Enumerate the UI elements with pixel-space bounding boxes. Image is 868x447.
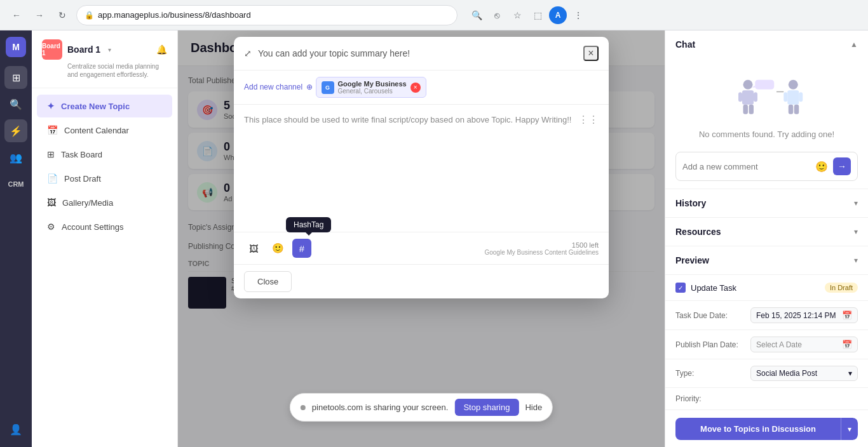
due-date-text: Feb 15, 2025 12:14 PM bbox=[756, 311, 836, 320]
hide-button[interactable]: Hide bbox=[525, 403, 542, 412]
editor-menu-icon[interactable]: ⋮⋮ bbox=[578, 114, 599, 126]
sidebar-item-label: Task Board bbox=[61, 150, 102, 159]
move-dropdown-icon: ▾ bbox=[848, 425, 851, 434]
modal-close-button[interactable]: Close bbox=[244, 271, 292, 292]
profile-button[interactable]: A bbox=[549, 6, 567, 24]
svg-rect-2 bbox=[738, 92, 742, 102]
publish-date-value[interactable]: Select A Date 📅 bbox=[750, 337, 858, 352]
svg-rect-6 bbox=[755, 80, 774, 90]
emoji-button[interactable]: 🙂 bbox=[268, 239, 287, 258]
publish-date-row: Publish Plan Date: Select A Date 📅 bbox=[665, 330, 868, 359]
brand-chevron-icon: ▾ bbox=[108, 46, 111, 53]
post-draft-icon: 📄 bbox=[47, 173, 58, 183]
modal-title: You can add your topic summary here! bbox=[258, 48, 583, 58]
svg-point-9 bbox=[788, 80, 797, 90]
icon-bar-grid[interactable]: ⚡ bbox=[4, 119, 27, 142]
svg-rect-3 bbox=[754, 92, 757, 102]
sidebar-nav: ✦ Create New Topic 📅 Content Calendar ⊞ … bbox=[32, 88, 177, 447]
channel-remove-button[interactable]: × bbox=[410, 83, 421, 93]
search-button[interactable]: 🔍 bbox=[468, 6, 485, 24]
comment-input[interactable] bbox=[682, 162, 810, 171]
due-date-calendar-icon[interactable]: 📅 bbox=[842, 310, 852, 320]
resources-title: Resources bbox=[675, 227, 721, 237]
svg-rect-14 bbox=[794, 105, 799, 114]
type-select[interactable]: Social Media Post ▾ bbox=[750, 366, 858, 381]
resources-section: Resources ▾ bbox=[665, 218, 868, 246]
resources-chevron-icon: ▾ bbox=[854, 227, 858, 236]
chat-illustration-svg bbox=[729, 71, 805, 122]
chat-section-header[interactable]: Chat ▲ bbox=[665, 30, 868, 58]
history-section-header[interactable]: History ▾ bbox=[665, 189, 868, 217]
brand-icon: Board 1 bbox=[42, 39, 62, 60]
comment-emoji-button[interactable]: 🙂 bbox=[815, 161, 828, 173]
modal-header: ⤢ You can add your topic summary here! × bbox=[234, 37, 609, 70]
hashtag-tooltip: HashTag bbox=[286, 217, 331, 232]
priority-label: Priority: bbox=[675, 394, 745, 403]
char-count: 1500 left bbox=[484, 241, 599, 249]
bookmark-button[interactable]: ☆ bbox=[508, 6, 526, 24]
stop-sharing-button[interactable]: Stop sharing bbox=[454, 399, 519, 416]
modal-editor[interactable]: This place should be used to write final… bbox=[234, 105, 609, 232]
due-date-value[interactable]: Feb 15, 2025 12:14 PM 📅 bbox=[750, 307, 858, 323]
main-content: Dashboard Total Published Overview 🎯 5 S… bbox=[178, 30, 665, 447]
extensions-button[interactable]: ⬚ bbox=[529, 6, 546, 24]
right-panel: Chat ▲ bbox=[665, 30, 868, 447]
update-task-row: ✓ Update Task In Draft bbox=[665, 275, 868, 301]
back-button[interactable]: ← bbox=[8, 6, 25, 24]
publish-date-calendar-icon[interactable]: 📅 bbox=[842, 340, 852, 349]
panel-footer: Move to Topics in Discussion ▾ bbox=[665, 410, 868, 447]
address-bar[interactable]: 🔒 app.manageplus.io/business/8/dashboard bbox=[76, 5, 458, 25]
chat-illustration bbox=[729, 71, 805, 122]
sidebar-item-gallery[interactable]: 🖼 Gallery/Media bbox=[37, 191, 172, 214]
icon-bar: M ⊞ 🔍 ⚡ 👥 CRM 👤 bbox=[0, 30, 32, 447]
brand-description: Centralize social media planning and eng… bbox=[42, 62, 167, 79]
forward-button[interactable]: → bbox=[31, 6, 48, 24]
task-checkbox[interactable]: ✓ bbox=[675, 283, 686, 293]
preview-section-header[interactable]: Preview ▾ bbox=[665, 246, 868, 274]
sidebar-item-account-settings[interactable]: ⚙ Account Settings bbox=[37, 215, 172, 238]
sharing-dot-icon bbox=[301, 405, 306, 410]
sidebar-item-task-board[interactable]: ⊞ Task Board bbox=[37, 143, 172, 166]
svg-rect-13 bbox=[788, 105, 793, 114]
chat-chevron-icon: ▲ bbox=[850, 40, 858, 49]
icon-bar-search[interactable]: 🔍 bbox=[4, 93, 27, 116]
move-dropdown-button[interactable]: ▾ bbox=[841, 418, 858, 440]
task-status-badge: In Draft bbox=[825, 283, 858, 293]
notification-icon[interactable]: 🔔 bbox=[156, 44, 167, 55]
resources-section-header[interactable]: Resources ▾ bbox=[665, 218, 868, 246]
svg-rect-4 bbox=[743, 105, 748, 114]
add-channel-label: Add new channel bbox=[244, 83, 302, 91]
icon-bar-users[interactable]: 👥 bbox=[4, 146, 27, 169]
calendar-icon: 📅 bbox=[47, 125, 58, 135]
move-to-discussion-button[interactable]: Move to Topics in Discussion bbox=[675, 418, 841, 440]
history-title: History bbox=[675, 198, 706, 208]
expand-icon[interactable]: ⤢ bbox=[244, 48, 252, 58]
icon-bar-user[interactable]: 👤 bbox=[4, 418, 27, 441]
svg-rect-12 bbox=[799, 92, 803, 102]
comment-send-button[interactable]: → bbox=[833, 157, 851, 175]
sidebar-brand: Board 1 Board 1 ▾ 🔔 Centralize social me… bbox=[32, 30, 177, 88]
task-label: Update Task bbox=[691, 283, 820, 293]
sidebar-item-label: Gallery/Media bbox=[62, 198, 113, 208]
icon-bar-home[interactable]: ⊞ bbox=[4, 66, 27, 89]
refresh-button[interactable]: ↻ bbox=[53, 6, 71, 24]
svg-rect-5 bbox=[749, 105, 754, 114]
sidebar-item-content-calendar[interactable]: 📅 Content Calendar bbox=[37, 119, 172, 142]
close-modal-button[interactable]: × bbox=[583, 46, 599, 61]
image-upload-button[interactable]: 🖼 bbox=[244, 239, 263, 258]
sharing-message: pinetools.com is sharing your screen. bbox=[312, 403, 449, 412]
svg-rect-1 bbox=[742, 90, 754, 105]
publish-date-text: Select A Date bbox=[756, 340, 802, 349]
url-text: app.manageplus.io/business/8/dashboard bbox=[98, 10, 251, 20]
sidebar-item-post-draft[interactable]: 📄 Post Draft bbox=[37, 167, 172, 190]
menu-button[interactable]: ⋮ bbox=[569, 6, 587, 24]
modal-channel-bar: Add new channel ⊕ G Google My Business G… bbox=[234, 70, 609, 105]
add-channel-button[interactable]: Add new channel ⊕ bbox=[244, 83, 313, 91]
icon-bar-crm[interactable]: CRM bbox=[4, 173, 27, 196]
no-comments-text: No comments found. Try adding one! bbox=[699, 130, 834, 139]
hashtag-icon: # bbox=[299, 243, 304, 254]
hashtag-button[interactable]: # HashTag bbox=[292, 239, 311, 258]
sidebar-item-create-topic[interactable]: ✦ Create New Topic bbox=[37, 95, 172, 117]
modal-overlay: ⤢ You can add your topic summary here! ×… bbox=[178, 30, 665, 447]
share-button[interactable]: ⎋ bbox=[488, 6, 506, 24]
